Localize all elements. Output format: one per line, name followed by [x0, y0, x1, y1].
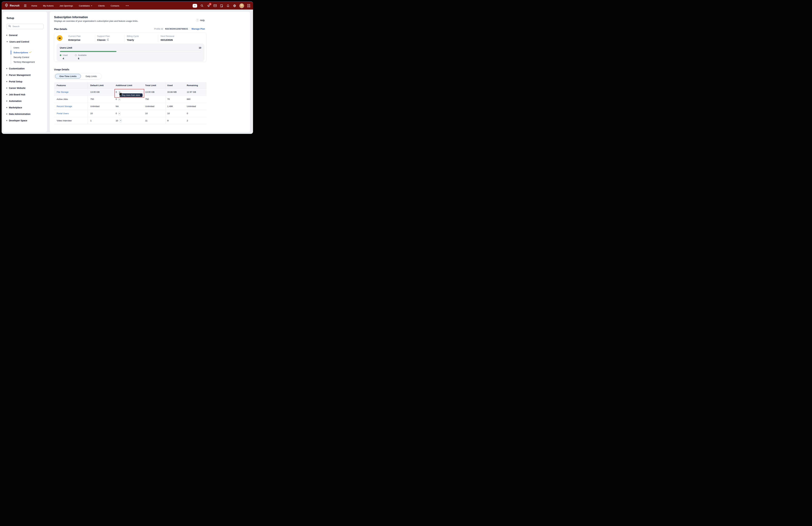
tab-one-time-limits[interactable]: One-Time Limits	[55, 74, 81, 79]
limits-tabs: One-Time LimitsDaily Limits	[54, 73, 102, 79]
caret-down-icon	[6, 41, 8, 42]
sidebar-item-subscriptions[interactable]: Subscriptions✦✦	[11, 50, 44, 55]
used-value: 10	[166, 110, 184, 117]
mail-icon[interactable]	[213, 4, 217, 7]
nav-item-job-openings[interactable]: Job Openings	[59, 4, 73, 7]
sidebar-item-territory-management[interactable]: Territory Management	[11, 60, 44, 64]
available-ring-icon	[75, 54, 77, 56]
page-subtitle: Displays an overview of your organizatio…	[54, 20, 138, 22]
sidebar-section-marketplace[interactable]: Marketplace	[6, 104, 44, 111]
total-limit-value: 13.00 GB	[143, 88, 166, 96]
table-row-video-interview: Video Interview110+1192	[54, 117, 206, 124]
feature-link[interactable]: Record Storage	[57, 105, 72, 108]
legend-available: Available 6	[75, 54, 87, 60]
sidebar-section-parser-management[interactable]: Parser Management	[6, 72, 44, 78]
hamburger-menu-icon[interactable]	[24, 4, 27, 7]
help-link[interactable]: ? Help	[196, 19, 205, 22]
caret-right-icon	[6, 87, 7, 89]
bell-icon[interactable]	[227, 4, 230, 7]
total-limit-value: 750	[143, 96, 166, 103]
nav-item-candidates[interactable]: Candidates	[79, 4, 92, 7]
col-header-default-limit: Default Limit	[88, 82, 113, 88]
users-limit-progress-fill	[60, 51, 116, 52]
sidebar-section-portal-setup[interactable]: Portal Setup	[6, 78, 44, 85]
feature-label: Video Interview	[57, 119, 72, 122]
profile-row: Profile Id: NSCW2001208766631 Manage Pla…	[154, 28, 205, 30]
sidebar-section-general[interactable]: General	[6, 32, 44, 39]
sidebar-search[interactable]	[6, 24, 44, 29]
recruit-logo-icon	[4, 3, 9, 8]
nav-item-contacts[interactable]: Contacts	[111, 4, 119, 7]
buy-more-plus-button[interactable]: +	[118, 98, 121, 101]
caret-right-icon	[6, 74, 7, 76]
caret-right-icon	[6, 120, 7, 121]
sidebar-section-users-and-control[interactable]: Users and Control	[6, 39, 44, 45]
quick-create-button[interactable]: ＋	[193, 4, 197, 8]
total-limit-value: Unlimited	[143, 103, 166, 110]
caret-right-icon	[6, 100, 7, 102]
caret-right-icon	[6, 107, 7, 108]
content-area: Setup GeneralUsers and ControlUsersSubsc…	[2, 10, 253, 134]
manage-plan-link[interactable]: Manage Plan	[191, 28, 205, 30]
search-icon	[9, 25, 11, 28]
nav-more-button[interactable]: •••	[126, 4, 129, 7]
default-limit-value: 750	[88, 96, 113, 103]
feature-label: Active Jobs	[57, 98, 68, 100]
column-divider	[125, 34, 125, 42]
search-input[interactable]	[13, 25, 42, 28]
search-icon[interactable]	[200, 4, 204, 7]
additional-limit-value: 0	[116, 98, 117, 100]
sidebar-section-automation[interactable]: Automation	[6, 98, 44, 104]
feature-link[interactable]: File Storage	[57, 91, 69, 93]
buy-more-plus-button[interactable]: +	[119, 119, 122, 122]
additional-limit-value: 0	[116, 91, 117, 93]
feature-link[interactable]: Portal Users	[57, 112, 69, 115]
calendar-icon[interactable]	[220, 4, 223, 7]
nav-item-my-actions[interactable]: My Actions	[43, 4, 54, 7]
table-row-record-storage: Record StorageUnlimitedNAUnlimited1.48KU…	[54, 103, 206, 110]
buy-more-plus-button[interactable]: +	[118, 90, 121, 94]
plan-col-current-plan: Current PlanEnterprise	[68, 35, 81, 41]
sidebar-section-data-administration[interactable]: Data Administration	[6, 111, 44, 117]
sidebar-item-security-control[interactable]: Security Control	[11, 55, 44, 60]
sidebar-section-job-board-hub[interactable]: Job Board Hub	[6, 91, 44, 98]
sidebar-section-career-website[interactable]: Career Website	[6, 85, 44, 91]
nav-item-home[interactable]: Home	[31, 4, 37, 7]
used-dot-icon	[60, 54, 61, 56]
additional-limit-value: NA	[116, 105, 119, 108]
profile-id-label: Profile Id:	[154, 28, 163, 30]
buy-more-plus-button[interactable]: +	[118, 112, 121, 115]
top-actions: ＋ 1	[193, 3, 250, 8]
plan-col-support-plan: Support PlanClassic	[97, 35, 110, 41]
user-avatar[interactable]	[240, 3, 244, 8]
top-navigation-bar: Recruit HomeMy ActionsJob OpeningsCandid…	[2, 2, 253, 10]
gear-icon[interactable]	[233, 4, 236, 7]
users-limit-label: Users Limit	[60, 46, 72, 49]
usage-table-header: FeaturesDefault LimitAdditional LimitTot…	[54, 82, 206, 88]
caret-right-icon	[6, 94, 7, 95]
used-value: 9	[166, 117, 184, 124]
caret-right-icon	[6, 81, 7, 82]
nav-item-clients[interactable]: Clients	[98, 4, 105, 7]
sidebar-section-developer-space[interactable]: Developer Space	[6, 117, 44, 124]
buy-more-tooltip: Buy more from store	[119, 94, 143, 97]
apps-grid-icon[interactable]	[247, 4, 250, 7]
sidebar-item-users[interactable]: Users	[11, 45, 44, 50]
brand[interactable]: Recruit	[4, 3, 19, 8]
profile-id-value: NSCW2001208766631	[165, 28, 188, 30]
sidebar-section-customization[interactable]: Customization	[6, 65, 44, 72]
caret-right-icon	[6, 34, 7, 36]
additional-limit-value: 10	[116, 119, 118, 122]
remaining-value: 12.97 GB	[184, 88, 206, 96]
users-limit-total: 10	[199, 46, 201, 49]
users-limit-progressbar	[60, 51, 201, 52]
default-limit-value: Unlimited	[88, 103, 113, 110]
col-header-total-limit: Total Limit	[143, 82, 166, 88]
refresh-icon[interactable]	[107, 39, 109, 41]
setup-sidebar: Setup GeneralUsers and ControlUsersSubsc…	[3, 12, 47, 132]
announcement-icon[interactable]: 1	[207, 4, 210, 7]
tab-daily-limits[interactable]: Daily Limits	[81, 75, 102, 77]
remaining-value: 0	[184, 110, 206, 117]
used-value: 4	[63, 57, 68, 60]
col-header-features: Features	[54, 82, 88, 88]
